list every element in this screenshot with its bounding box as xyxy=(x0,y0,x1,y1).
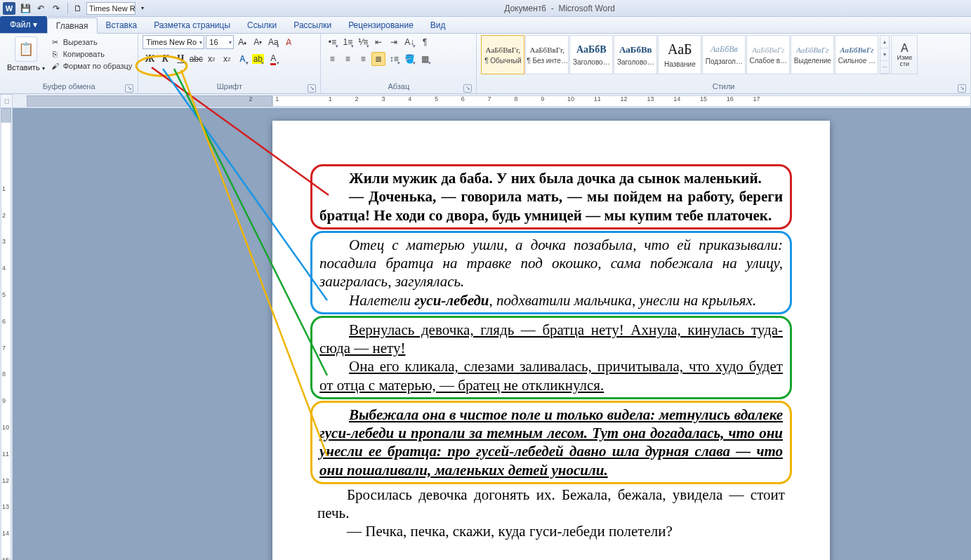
group-clipboard-label: Буфер обмена xyxy=(43,82,95,91)
copy-button[interactable]: ⎘Копировать xyxy=(49,48,134,60)
style-item[interactable]: АаБбВвГг,¶ Обычный xyxy=(481,35,524,74)
workspace: 123456789101112131415 Жили мужик да баба… xyxy=(0,108,971,560)
strike-icon[interactable]: abc xyxy=(189,52,203,66)
scissors-icon: ✂ xyxy=(51,37,60,47)
qa-new-icon[interactable]: 🗋 xyxy=(71,1,85,15)
change-case-icon[interactable]: Aa xyxy=(266,35,280,49)
tab-вставка[interactable]: Вставка xyxy=(98,17,146,33)
group-clipboard: 📋 Вставить ▾ ✂Вырезать ⎘Копировать 🖌Форм… xyxy=(0,34,138,93)
ruler-horizontal[interactable]: ◻ 123456789101112131415161712 xyxy=(0,94,971,108)
tab-рассылки[interactable]: Рассылки xyxy=(285,17,340,33)
numbering-icon[interactable]: 1≡ xyxy=(341,35,355,49)
paragraph[interactable]: Отец с матерью ушли, а дочка позабыла, ч… xyxy=(319,236,783,291)
qa-font-box[interactable]: Times New Ro▾ xyxy=(86,2,136,15)
copy-icon: ⎘ xyxy=(51,49,60,59)
clipboard-dialog-launcher[interactable]: ↘ xyxy=(125,84,133,93)
tab-ссылки[interactable]: Ссылки xyxy=(239,17,285,33)
brush-icon: 🖌 xyxy=(51,61,60,71)
qa-redo-icon[interactable]: ↷ xyxy=(49,1,63,15)
qa-undo-icon[interactable]: ↶ xyxy=(34,1,48,15)
style-item[interactable]: АаБбВЗаголово… xyxy=(569,35,613,74)
subscript-icon[interactable]: x2 xyxy=(204,52,218,66)
sort-icon[interactable]: A↓ xyxy=(402,35,416,49)
align-right-icon[interactable]: ≡ xyxy=(356,52,370,66)
paragraph[interactable]: Налетели гуси-лебеди, подхватили мальчик… xyxy=(319,291,783,309)
style-item[interactable]: АаБбВвЗаголово… xyxy=(614,35,657,74)
paragraph[interactable]: — Печка, печка, скажи, куда гуси-лебеди … xyxy=(317,522,785,540)
style-item[interactable]: АаБНазвание xyxy=(658,35,701,74)
app-icon: W xyxy=(3,2,15,15)
show-marks-icon[interactable]: ¶ xyxy=(418,35,432,49)
paragraph-dialog-launcher[interactable]: ↘ xyxy=(463,84,472,93)
group-font-label: Шрифт xyxy=(217,82,242,91)
align-justify-icon[interactable]: ≣ xyxy=(371,52,385,66)
font-size-combo[interactable]: 16▾ xyxy=(206,35,234,49)
style-item[interactable]: АаБбВвПодзагол… xyxy=(702,35,746,74)
multilevel-icon[interactable]: ⅟≡ xyxy=(356,35,370,49)
align-left-icon[interactable]: ≡ xyxy=(325,52,339,66)
style-item[interactable]: АаБбВвГгВыделение xyxy=(791,35,834,74)
tab-разметка страницы[interactable]: Разметка страницы xyxy=(145,17,239,33)
paragraph[interactable]: — Доченька, — говорила мать, — мы пойдем… xyxy=(319,187,783,225)
qa-save-icon[interactable]: 💾 xyxy=(18,1,32,15)
underline-button[interactable]: Ч xyxy=(173,52,187,66)
paste-icon[interactable]: 📋 xyxy=(15,36,37,62)
styles-dialog-launcher[interactable]: ↘ xyxy=(958,84,966,93)
change-styles-button[interactable]: A Изме сти xyxy=(891,35,918,74)
group-paragraph: •≡ 1≡ ⅟≡ ⇤ ⇥ A↓ ¶ ≡ ≡ ≡ ≣ ↕≡ 🪣 ▦ Абзац↘ xyxy=(321,34,477,93)
align-center-icon[interactable]: ≡ xyxy=(341,52,355,66)
paragraph[interactable]: Бросилась девочка догонять их. Бежала, б… xyxy=(317,486,785,523)
group-styles-label: Стили xyxy=(713,82,735,91)
page-content[interactable]: Жили мужик да баба. У них была дочка да … xyxy=(272,121,830,555)
tab-главная[interactable]: Главная xyxy=(47,18,98,34)
shading-icon[interactable]: 🪣 xyxy=(402,52,416,66)
bold-button[interactable]: Ж xyxy=(143,52,157,66)
dec-indent-icon[interactable]: ⇤ xyxy=(371,35,385,49)
text-effects-icon[interactable]: A xyxy=(235,52,249,66)
group-paragraph-label: Абзац xyxy=(388,82,409,91)
styles-gallery[interactable]: АаБбВвГг,¶ ОбычныйАаБбВвГг,¶ Без инте…Аа… xyxy=(481,35,878,74)
group-styles: АаБбВвГг,¶ ОбычныйАаБбВвГг,¶ Без инте…Аа… xyxy=(477,34,971,93)
font-name-combo[interactable]: Times New Ro▾ xyxy=(143,35,204,49)
superscript-icon[interactable]: x2 xyxy=(220,52,234,66)
paragraph[interactable]: Выбежала она в чистое поле и только виде… xyxy=(319,406,783,479)
qa-customize-icon[interactable]: ▾ xyxy=(136,1,150,15)
inc-indent-icon[interactable]: ⇥ xyxy=(387,35,401,49)
title-bar: W 💾 ↶ ↷ 🗋 Times New Ro▾ ▾ Документ6 - Mi… xyxy=(0,0,971,17)
window-title: Документ6 - Microsoft Word xyxy=(151,4,968,13)
font-color-icon[interactable]: A xyxy=(266,52,280,66)
paragraph[interactable]: Жили мужик да баба. У них была дочка да … xyxy=(319,169,783,187)
paragraph[interactable]: Она его кликала, слезами заливалась, при… xyxy=(319,357,783,394)
file-tab[interactable]: Файл ▾ xyxy=(0,16,47,33)
ruler-vertical[interactable]: 123456789101112131415 xyxy=(0,108,13,560)
group-font: Times New Ro▾ 16▾ A▴ A▾ Aa A̷ Ж К Ч abc … xyxy=(138,34,321,93)
cut-button[interactable]: ✂Вырезать xyxy=(49,36,134,48)
ribbon: 📋 Вставить ▾ ✂Вырезать ⎘Копировать 🖌Форм… xyxy=(0,34,971,94)
bullets-icon[interactable]: •≡ xyxy=(325,35,339,49)
grow-font-icon[interactable]: A▴ xyxy=(235,35,249,49)
paragraph[interactable]: Вернулась девочка, глядь — братца нету! … xyxy=(319,321,783,358)
borders-icon[interactable]: ▦ xyxy=(418,52,432,66)
ribbon-tabs: Файл ▾ ГлавнаяВставкаРазметка страницыСс… xyxy=(0,17,971,34)
highlight-icon[interactable]: ab xyxy=(251,52,265,66)
font-dialog-launcher[interactable]: ↘ xyxy=(308,84,316,93)
ruler-corner[interactable]: ◻ xyxy=(0,94,13,108)
style-item[interactable]: АаБбВвГг,¶ Без инте… xyxy=(525,35,569,74)
tab-вид[interactable]: Вид xyxy=(422,17,454,33)
shrink-font-icon[interactable]: A▾ xyxy=(251,35,265,49)
paste-button[interactable]: Вставить ▾ xyxy=(7,63,45,72)
styles-scroll[interactable]: ▴▾⋯ xyxy=(880,35,890,74)
qa-separator xyxy=(67,3,68,14)
format-painter-button[interactable]: 🖌Формат по образцу xyxy=(49,60,134,72)
document-area[interactable]: Жили мужик да баба. У них была дочка да … xyxy=(13,108,971,560)
style-item[interactable]: АаБбВвГгСлабое в… xyxy=(746,35,790,74)
style-item[interactable]: АаБбВвГгСильное … xyxy=(835,35,878,74)
page: Жили мужик да баба. У них была дочка да … xyxy=(272,121,830,560)
clear-format-icon[interactable]: A̷ xyxy=(282,35,296,49)
italic-button[interactable]: К xyxy=(158,52,172,66)
tab-рецензирование[interactable]: Рецензирование xyxy=(340,17,422,33)
line-spacing-icon[interactable]: ↕≡ xyxy=(387,52,401,66)
